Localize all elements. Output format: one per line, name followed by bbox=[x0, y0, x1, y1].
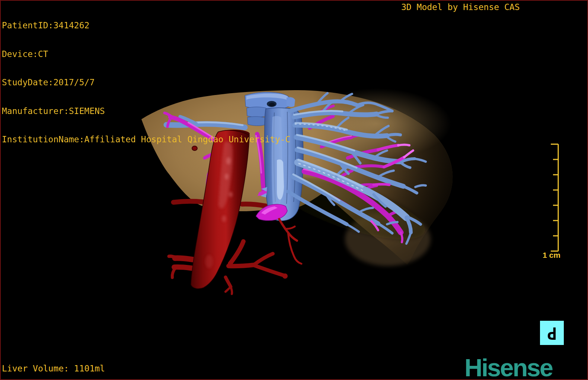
scale-bar bbox=[551, 144, 558, 251]
cas-3d-viewer-window: { "header": { "patient_info_lines": [ "P… bbox=[0, 0, 588, 380]
distal-arteries bbox=[279, 219, 301, 264]
study-date-line: StudyDate:2017/5/7 bbox=[2, 78, 290, 88]
scale-bar-label: 1 cm bbox=[538, 251, 565, 260]
hisense-logo: Hisense bbox=[464, 353, 552, 380]
device-line: Device:CT bbox=[2, 50, 290, 59]
watermark-text: 3D Model by Hisense CAS bbox=[401, 2, 520, 12]
orientation-marker-posterior: P bbox=[540, 321, 564, 345]
liver-volume-readout: Liver Volume: 1101ml bbox=[2, 364, 105, 373]
patient-id-line: PatientID:3414262 bbox=[2, 21, 290, 31]
institution-line: InstitutionName:Affiliated Hospital Qing… bbox=[2, 135, 290, 145]
orientation-letter: P bbox=[547, 325, 557, 341]
patient-info-block: PatientID:3414262 Device:CT StudyDate:20… bbox=[2, 2, 290, 154]
manufacturer-line: Manufacturer:SIEMENS bbox=[2, 107, 290, 116]
